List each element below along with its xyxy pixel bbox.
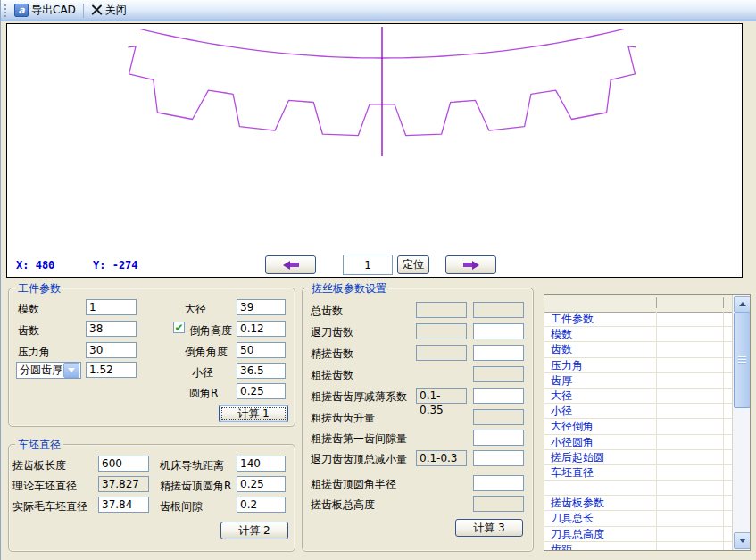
major-dia-input[interactable] bbox=[237, 299, 286, 315]
result-table-body: 工件参数模数齿数压力角齿厚大径小径大径倒角小径圆角搓后起始圆车坯直径搓齿板参数刀… bbox=[544, 312, 733, 551]
pressure-angle-input[interactable] bbox=[86, 342, 137, 358]
table-row[interactable]: 大径倒角 bbox=[544, 419, 733, 434]
plate-param-row: 精搓齿数 bbox=[303, 345, 533, 363]
plate-length-label: 搓齿板长度 bbox=[12, 458, 66, 473]
actual-dia-input[interactable] bbox=[98, 497, 149, 513]
drawing-canvas[interactable]: X: 480 Y: -274 定位 bbox=[6, 23, 743, 278]
result-table-header bbox=[544, 295, 733, 313]
theory-dia-label: 理论车坯直径 bbox=[12, 479, 77, 494]
plate-range-box bbox=[416, 302, 467, 318]
result-table: 工件参数模数齿数压力角齿厚大径小径大径倒角小径圆角搓后起始圆车坯直径搓齿板参数刀… bbox=[544, 294, 751, 551]
plate-range-box: 0.1-0.35 bbox=[416, 388, 467, 404]
teeth-count-label: 齿数 bbox=[18, 323, 39, 339]
theory-dia-output bbox=[98, 476, 149, 492]
plate-value-input[interactable] bbox=[473, 345, 524, 361]
locate-button[interactable]: 定位 bbox=[397, 255, 429, 274]
table-row[interactable]: 小径圆角 bbox=[544, 435, 733, 450]
cad-icon: a bbox=[14, 4, 29, 17]
table-row[interactable]: 小径 bbox=[544, 404, 733, 419]
chamfer-height-input[interactable] bbox=[237, 321, 286, 337]
major-dia-label: 大径 bbox=[185, 302, 206, 317]
toolbar-separator bbox=[83, 4, 84, 18]
table-row[interactable]: 压力角 bbox=[544, 358, 733, 373]
plate-param-row: 粗搓齿齿升量 bbox=[303, 409, 533, 427]
fillet-label: 圆角R bbox=[189, 386, 218, 401]
plate-length-input[interactable] bbox=[98, 456, 149, 472]
table-row[interactable]: 车坯直径 bbox=[544, 465, 733, 481]
scroll-up-icon[interactable] bbox=[734, 296, 751, 313]
next-tooth-button[interactable] bbox=[445, 255, 496, 274]
workpiece-panel-title: 工件参数 bbox=[15, 281, 63, 297]
table-row[interactable]: 搓后起始圆 bbox=[544, 450, 733, 465]
chevron-down-icon bbox=[63, 363, 79, 378]
export-cad-label: 导出CAD bbox=[31, 3, 76, 18]
plate-settings-panel: 搓丝板参数设置 计算 3 总齿数退刀齿数精搓齿数粗搓齿数粗搓齿齿厚减薄系数0.1… bbox=[302, 288, 534, 552]
root-clearance-input[interactable] bbox=[237, 497, 286, 513]
plate-param-label: 粗搓齿顶圆角半径 bbox=[311, 477, 396, 492]
module-label: 模数 bbox=[18, 302, 39, 317]
table-row[interactable]: 大径 bbox=[544, 389, 733, 404]
prev-tooth-button[interactable] bbox=[265, 255, 316, 274]
calc1-button[interactable]: 计算 1 bbox=[219, 405, 288, 422]
module-input[interactable] bbox=[86, 299, 137, 315]
minor-dia-label: 小径 bbox=[192, 365, 213, 380]
table-row[interactable]: 刀具总长 bbox=[544, 511, 733, 526]
calc3-button[interactable]: 计算 3 bbox=[455, 519, 523, 537]
workpiece-panel: 工件参数 模数 齿数 压力角 分圆齿厚 大径 ✔ 倒角高度 倒角角度 小径 圆角… bbox=[8, 288, 295, 427]
plate-param-row: 总齿数 bbox=[303, 302, 533, 320]
table-row[interactable]: 搓齿板参数 bbox=[544, 496, 733, 511]
plate-param-label: 退刀齿齿顶总减小量 bbox=[311, 452, 407, 467]
plate-value-input[interactable] bbox=[473, 388, 524, 404]
export-cad-button[interactable]: a 导出CAD bbox=[11, 1, 79, 20]
fillet-input[interactable] bbox=[237, 383, 286, 399]
table-row[interactable]: 齿距 bbox=[544, 542, 733, 551]
plate-param-row: 粗搓齿数 bbox=[303, 366, 533, 384]
plate-param-label: 粗搓齿第一齿间隙量 bbox=[311, 431, 407, 447]
plate-param-label: 总齿数 bbox=[311, 304, 343, 319]
plate-value-input[interactable] bbox=[473, 475, 524, 491]
table-row[interactable]: 刀具总高度 bbox=[544, 527, 733, 542]
table-row[interactable]: 齿数 bbox=[544, 342, 733, 357]
tooth-thickness-dropdown[interactable]: 分圆齿厚 bbox=[16, 362, 81, 379]
plate-value-input[interactable] bbox=[473, 323, 524, 339]
right-arrow-icon bbox=[463, 261, 479, 270]
plate-param-label: 粗搓齿数 bbox=[311, 368, 353, 383]
close-label: 关闭 bbox=[105, 3, 127, 18]
calc1-label: 计算 1 bbox=[237, 406, 269, 422]
plate-param-row: 粗搓齿齿厚减薄系数0.1-0.35 bbox=[303, 388, 533, 405]
plate-value-input[interactable] bbox=[473, 430, 524, 446]
plate-panel-title: 搓丝板参数设置 bbox=[309, 281, 389, 297]
tooth-thickness-input[interactable] bbox=[86, 362, 137, 378]
rail-distance-label: 机床导轨距离 bbox=[160, 458, 224, 473]
table-row[interactable] bbox=[544, 481, 733, 496]
table-row[interactable]: 齿厚 bbox=[544, 373, 733, 389]
plate-param-label: 精搓齿数 bbox=[311, 347, 353, 362]
table-row[interactable]: 模数 bbox=[544, 327, 733, 342]
calc2-button[interactable]: 计算 2 bbox=[220, 522, 288, 539]
locate-label: 定位 bbox=[403, 257, 424, 272]
thumb-grip bbox=[738, 356, 746, 364]
result-table-scrollbar[interactable] bbox=[732, 295, 750, 550]
fine-fillet-input[interactable] bbox=[237, 476, 286, 492]
chamfer-angle-input[interactable] bbox=[237, 342, 286, 358]
chamfer-checkbox[interactable]: ✔ bbox=[173, 322, 185, 333]
left-arrow-icon bbox=[283, 261, 299, 270]
tooth-index-input[interactable] bbox=[343, 255, 393, 275]
scrollbar-thumb[interactable] bbox=[734, 313, 751, 408]
scroll-down-icon[interactable] bbox=[734, 532, 751, 549]
blank-panel-title: 车坯直径 bbox=[15, 438, 63, 453]
minor-dia-input[interactable] bbox=[237, 363, 286, 379]
teeth-count-input[interactable] bbox=[86, 321, 137, 337]
close-icon bbox=[91, 4, 103, 16]
plate-param-label: 退刀齿数 bbox=[311, 325, 353, 340]
rail-distance-input[interactable] bbox=[237, 456, 286, 472]
toolbar: a 导出CAD 关闭 bbox=[1, 0, 756, 21]
toolbar-grip[interactable] bbox=[4, 4, 6, 17]
plate-value-input[interactable] bbox=[473, 450, 524, 466]
plate-range-box: 0.1-0.3 bbox=[416, 450, 467, 466]
table-row[interactable]: 工件参数 bbox=[544, 312, 733, 327]
plate-param-row: 退刀齿数 bbox=[303, 323, 533, 341]
close-button[interactable]: 关闭 bbox=[87, 1, 130, 20]
plate-param-row: 搓齿板总高度 bbox=[303, 496, 533, 514]
calc3-label: 计算 3 bbox=[473, 521, 504, 536]
